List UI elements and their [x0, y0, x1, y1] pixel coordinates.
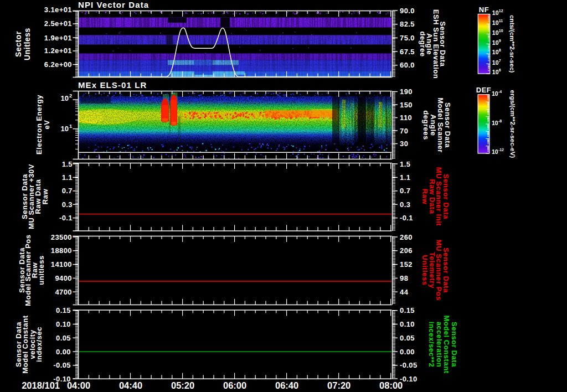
- svg-text:152: 152: [400, 260, 413, 269]
- svg-text:2018/101: 2018/101: [22, 380, 60, 390]
- svg-text:9400: 9400: [55, 274, 72, 282]
- svg-text:1.2e+01: 1.2e+01: [44, 47, 72, 55]
- svg-text:90.0: 90.0: [400, 7, 415, 15]
- svg-text:9: 9: [499, 39, 501, 43]
- svg-text:05:20: 05:20: [171, 380, 194, 390]
- svg-text:1.5: 1.5: [400, 160, 410, 168]
- svg-text:0.05: 0.05: [400, 334, 415, 342]
- svg-text:1.9e+01: 1.9e+01: [44, 34, 72, 42]
- svg-text:Unitless: Unitless: [421, 255, 429, 286]
- svg-text:10: 10: [61, 125, 69, 133]
- svg-text:04:40: 04:40: [119, 380, 142, 390]
- svg-text:07:20: 07:20: [327, 380, 350, 390]
- svg-text:4700: 4700: [55, 288, 72, 296]
- svg-text:0.05: 0.05: [56, 334, 71, 342]
- svg-text:eV: eV: [43, 120, 51, 129]
- svg-text:cnts/(cm**2-sr-sec): cnts/(cm**2-sr-sec): [509, 15, 516, 73]
- svg-text:-0.05: -0.05: [400, 361, 417, 369]
- svg-text:Electron Energy: Electron Energy: [35, 95, 43, 154]
- svg-text:150: 150: [400, 101, 413, 109]
- svg-text:0.7: 0.7: [400, 187, 410, 195]
- svg-text:Raw: Raw: [41, 188, 49, 204]
- svg-text:-8: -8: [498, 119, 502, 123]
- svg-text:10: 10: [492, 19, 499, 26]
- svg-text:unitless: unitless: [37, 255, 45, 285]
- svg-text:NF: NF: [479, 6, 489, 14]
- svg-text:1.1: 1.1: [62, 173, 73, 182]
- svg-text:MEx ELS-01 LR: MEx ELS-01 LR: [78, 80, 147, 90]
- svg-text:0.15: 0.15: [400, 306, 415, 314]
- svg-text:6.2e+00: 6.2e+00: [44, 60, 72, 69]
- svg-text:0.3: 0.3: [400, 200, 410, 209]
- svg-text:DEF: DEF: [476, 86, 492, 94]
- svg-text:14100: 14100: [51, 260, 72, 269]
- svg-text:206: 206: [400, 246, 413, 255]
- svg-text:10: 10: [492, 90, 498, 97]
- svg-text:incex/sec**2: incex/sec**2: [427, 322, 436, 368]
- svg-text:-0.1: -0.1: [59, 214, 73, 222]
- svg-text:18800: 18800: [51, 246, 72, 255]
- svg-text:1: 1: [69, 123, 73, 129]
- svg-text:3.1e+01: 3.1e+01: [44, 6, 72, 14]
- svg-text:10: 10: [492, 29, 499, 36]
- svg-text:7: 7: [499, 59, 501, 63]
- svg-text:10: 10: [499, 29, 503, 33]
- svg-text:04:00: 04:00: [67, 380, 90, 390]
- svg-text:82.5: 82.5: [400, 20, 415, 28]
- svg-text:0.00: 0.00: [400, 348, 415, 356]
- svg-text:67.5: 67.5: [400, 48, 415, 56]
- svg-text:12: 12: [499, 9, 503, 13]
- svg-text:degree: degree: [419, 32, 427, 57]
- svg-text:10: 10: [492, 120, 498, 126]
- svg-text:0.15: 0.15: [56, 306, 71, 314]
- svg-text:-12: -12: [498, 148, 504, 152]
- svg-text:-4: -4: [498, 90, 502, 94]
- svg-text:30: 30: [400, 140, 408, 148]
- svg-text:Raw: Raw: [421, 189, 429, 205]
- svg-text:2.5e+01: 2.5e+01: [44, 19, 72, 28]
- svg-text:1.5: 1.5: [62, 160, 73, 168]
- svg-text:Unitless: Unitless: [23, 28, 32, 60]
- svg-text:2: 2: [69, 92, 72, 99]
- svg-text:1.1: 1.1: [400, 173, 410, 182]
- svg-text:10: 10: [492, 49, 499, 55]
- svg-text:190: 190: [400, 87, 413, 96]
- svg-text:11: 11: [499, 19, 503, 23]
- svg-text:10: 10: [492, 69, 499, 75]
- svg-text:0.3: 0.3: [62, 200, 73, 209]
- svg-text:0.10: 0.10: [400, 320, 415, 328]
- svg-text:70: 70: [400, 127, 408, 135]
- svg-text:08:00: 08:00: [379, 380, 403, 390]
- svg-text:NPI Vector Data: NPI Vector Data: [78, 0, 149, 9]
- svg-text:degrees: degrees: [422, 110, 430, 140]
- svg-text:75.0: 75.0: [400, 34, 415, 42]
- svg-text:Sector: Sector: [14, 31, 23, 57]
- svg-text:98: 98: [400, 274, 408, 282]
- svg-text:8: 8: [499, 48, 501, 52]
- svg-text:0.00: 0.00: [56, 348, 71, 356]
- svg-text:0.7: 0.7: [62, 187, 73, 195]
- svg-text:06:40: 06:40: [275, 380, 298, 390]
- svg-text:0.10: 0.10: [56, 320, 71, 328]
- svg-text:23500: 23500: [51, 233, 72, 241]
- svg-text:ergs/(cm**2-sr-sec-eV): ergs/(cm**2-sr-sec-eV): [509, 90, 516, 158]
- svg-text:6: 6: [499, 68, 501, 72]
- svg-text:06:00: 06:00: [223, 380, 246, 390]
- svg-text:index/sec: index/sec: [35, 327, 43, 362]
- svg-text:10: 10: [492, 39, 499, 46]
- svg-text:10: 10: [61, 94, 69, 102]
- svg-text:260: 260: [400, 233, 413, 241]
- svg-text:110: 110: [400, 114, 412, 122]
- svg-text:-0.1: -0.1: [400, 214, 413, 222]
- svg-text:10: 10: [492, 59, 499, 66]
- svg-text:60.0: 60.0: [400, 61, 415, 69]
- svg-text:10: 10: [492, 148, 498, 155]
- svg-text:10: 10: [492, 9, 499, 16]
- svg-text:-0.05: -0.05: [53, 361, 71, 369]
- svg-text:44: 44: [400, 288, 409, 296]
